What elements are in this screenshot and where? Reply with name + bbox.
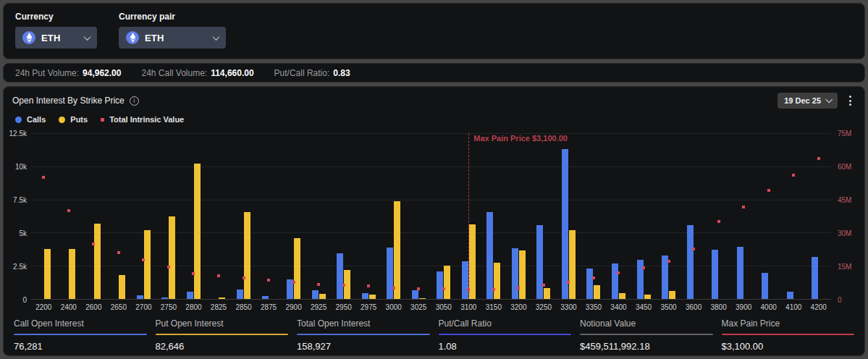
- intrinsic-value-dot: [42, 176, 45, 179]
- left-axis-tick: 10k: [15, 163, 27, 171]
- chevron-down-icon: [84, 33, 91, 41]
- selectors-panel: Currency ETH Currency pair ETH: [3, 3, 865, 59]
- summary-put-open-interest: Put Open Interest 82,646: [156, 318, 289, 352]
- intrinsic-value-dot: [767, 189, 770, 192]
- bar-group-2875[interactable]: [256, 133, 282, 299]
- stat-put-call-ratio: Put/Call Ratio: 0.83: [274, 68, 350, 78]
- calls-bar: [787, 292, 793, 299]
- chart-legend: Calls Puts Total Intrinsic Value: [4, 110, 864, 126]
- calls-bar: [187, 292, 193, 299]
- x-tick-label: 3600: [681, 301, 707, 313]
- options-dashboard: Currency ETH Currency pair ETH 24h Put: [0, 0, 868, 359]
- chevron-down-icon: [825, 96, 833, 103]
- bar-group-3250[interactable]: [531, 133, 557, 299]
- bar-group-2825[interactable]: [206, 133, 232, 299]
- left-axis-tick: 2.5k: [13, 263, 27, 271]
- bar-group-3500[interactable]: [656, 133, 681, 299]
- calls-bar: [562, 149, 568, 299]
- stat-label: 24h Put Volume:: [15, 68, 79, 78]
- bar-group-2400[interactable]: [56, 133, 82, 299]
- calls-bar: [486, 212, 493, 299]
- calls-swatch-icon: [15, 117, 22, 123]
- x-tick-label: 2875: [256, 301, 282, 313]
- stat-24h-call-volume: 24h Call Volume: 114,660.00: [141, 68, 253, 78]
- x-tick-label: 3450: [631, 301, 657, 313]
- bar-group-3400[interactable]: [606, 133, 631, 299]
- more-options-icon[interactable]: [845, 93, 856, 108]
- bar-group-2925[interactable]: [306, 133, 332, 299]
- bar-group-3300[interactable]: [556, 133, 581, 299]
- x-tick-label: 3500: [656, 301, 681, 313]
- info-icon[interactable]: [130, 96, 139, 106]
- puts-bar: [419, 298, 426, 299]
- bar-group-3800[interactable]: [706, 133, 731, 299]
- summary-call-open-interest: Call Open Interest 76,281: [14, 318, 147, 352]
- calls-bar: [437, 271, 443, 299]
- bar-group-3000[interactable]: [381, 133, 406, 299]
- calls-bar: [512, 248, 518, 299]
- intrinsic-value-dot: [192, 272, 195, 275]
- bar-group-4200[interactable]: [806, 133, 831, 299]
- puts-bar: [219, 297, 225, 299]
- bar-group-2600[interactable]: [81, 133, 106, 299]
- x-tick-label: 2900: [281, 301, 306, 313]
- puts-bar: [619, 293, 625, 299]
- expiry-date-value: 19 Dec 25: [784, 96, 821, 105]
- bar-group-2750[interactable]: [156, 133, 182, 299]
- calls-bar: [737, 247, 743, 299]
- bar-group-3350[interactable]: [581, 133, 607, 299]
- right-axis-tick: 0: [838, 296, 842, 304]
- calls-bar: [462, 261, 468, 299]
- bar-group-3025[interactable]: [406, 133, 431, 299]
- legend-item-calls[interactable]: Calls: [15, 115, 46, 124]
- calls-bar: [712, 250, 718, 299]
- calls-bar: [387, 248, 393, 299]
- right-axis-tick: 45M: [838, 196, 851, 204]
- intrinsic-value-dot: [717, 220, 720, 223]
- puts-bar: [494, 263, 500, 299]
- summary-label: Put Open Interest: [156, 318, 289, 329]
- right-ticks: 75M60M45M30M15M0: [834, 133, 864, 300]
- bar-group-4000[interactable]: [756, 133, 781, 299]
- x-tick-label: 3350: [581, 301, 607, 313]
- puts-bar: [594, 285, 600, 299]
- summary-value: $459,511,992.18: [580, 341, 713, 352]
- bar-group-2850[interactable]: [231, 133, 256, 299]
- bar-group-3050[interactable]: [431, 133, 457, 299]
- intrinsic-value-dot: [142, 258, 145, 261]
- x-tick-label: 3050: [431, 301, 457, 313]
- puts-bar: [119, 275, 125, 299]
- bar-group-3200[interactable]: [506, 133, 531, 299]
- bar-group-3450[interactable]: [631, 133, 657, 299]
- currency-dropdown[interactable]: ETH: [15, 27, 97, 48]
- bar-group-3150[interactable]: [481, 133, 507, 299]
- summary-underline: [722, 334, 855, 335]
- bar-group-3600[interactable]: [681, 133, 707, 299]
- bar-group-2950[interactable]: [331, 133, 356, 299]
- left-axis-tick: 12.5k: [9, 130, 27, 138]
- plot-area: Max Pain Price $3,100.00: [31, 133, 831, 300]
- puts-bar: [169, 216, 175, 299]
- intrinsic-value-dot: [492, 288, 495, 291]
- bar-group-3900[interactable]: [731, 133, 757, 299]
- x-tick-label: 2950: [331, 301, 356, 313]
- expiry-date-dropdown[interactable]: 19 Dec 25: [778, 93, 838, 109]
- intrinsic-value-dot: [542, 284, 545, 287]
- calls-bar: [137, 295, 143, 299]
- intrinsic-value-dot: [817, 157, 820, 160]
- bar-group-4100[interactable]: [781, 133, 806, 299]
- max-pain-label: Max Pain Price $3,100.00: [473, 134, 568, 143]
- bar-group-2200[interactable]: [31, 133, 56, 299]
- bar-group-2650[interactable]: [106, 133, 132, 299]
- x-tick-label: 3000: [381, 301, 406, 313]
- summary-underline: [297, 334, 430, 335]
- bar-group-2975[interactable]: [356, 133, 382, 299]
- x-tick-label: 2650: [106, 301, 132, 313]
- bar-group-2700[interactable]: [131, 133, 156, 299]
- bar-group-2800[interactable]: [181, 133, 206, 299]
- legend-item-puts[interactable]: Puts: [59, 115, 88, 124]
- legend-item-total-intrinsic-value[interactable]: Total Intrinsic Value: [101, 115, 184, 124]
- currency-pair-dropdown[interactable]: ETH: [119, 27, 226, 48]
- bar-group-2900[interactable]: [281, 133, 306, 299]
- puts-bar: [519, 250, 526, 299]
